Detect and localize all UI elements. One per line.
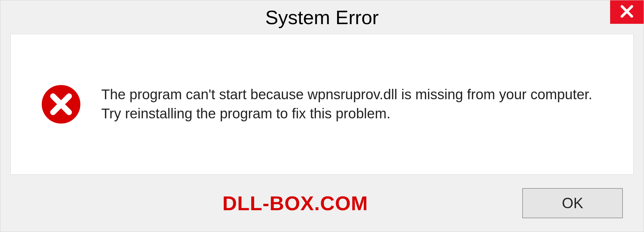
system-error-dialog: System Error The program can't start bec… [0, 0, 644, 232]
titlebar: System Error [0, 0, 644, 34]
ok-button[interactable]: OK [522, 188, 623, 218]
watermark-text: DLL-BOX.COM [222, 192, 368, 215]
close-icon [620, 4, 634, 20]
dialog-title: System Error [265, 6, 379, 28]
error-message: The program can't start because wpnsrupr… [101, 85, 610, 123]
close-button[interactable] [610, 0, 644, 24]
content-panel: The program can't start because wpnsrupr… [10, 34, 634, 175]
dialog-footer: DLL-BOX.COM OK [0, 175, 644, 232]
error-icon [41, 84, 81, 124]
